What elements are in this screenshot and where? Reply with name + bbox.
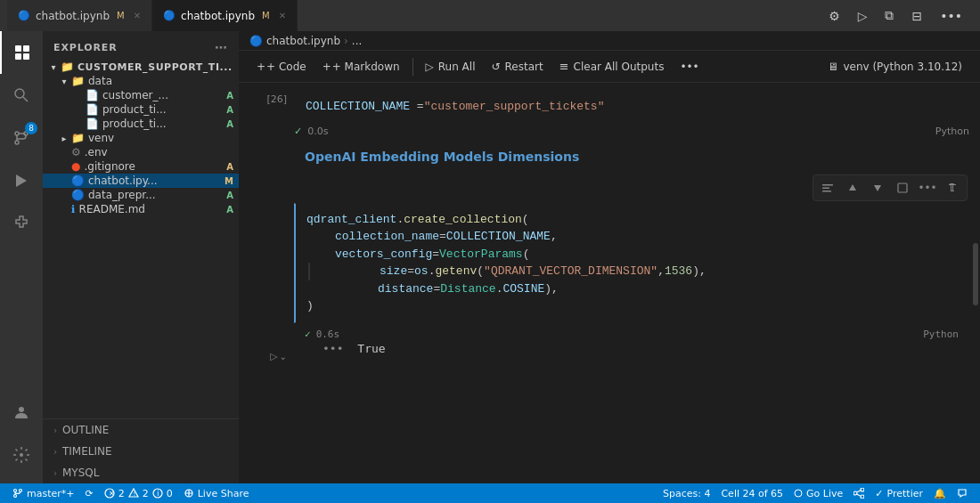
status-prettier[interactable]: ✓ Prettier (870, 483, 928, 503)
scrollbar-thumb[interactable] (973, 243, 978, 305)
cell-delete-btn[interactable] (942, 177, 963, 199)
sidebar-root[interactable]: ▾ 📁 CUSTOMER_SUPPORT_TI... (43, 60, 239, 74)
restart-button[interactable]: ↺ Restart (485, 58, 551, 76)
settings-icon[interactable]: ⚙ (825, 7, 844, 25)
root-label: CUSTOMER_SUPPORT_TI... (78, 61, 239, 73)
check-icon2: ✓ (305, 329, 311, 340)
env-label: venv (Python 3.10.12) (843, 61, 962, 73)
code-line-1: qdrant_client.create_collection( (306, 211, 958, 229)
cell-more-btn[interactable]: ••• (917, 177, 938, 199)
cell-26-time: 0.0s (307, 126, 328, 137)
status-branch[interactable]: master*+ (7, 483, 80, 503)
restart-icon: ↺ (492, 61, 501, 73)
env-icon: ⚙ (71, 146, 81, 158)
cell-26-code[interactable]: COLLECTION_NAME ="customer_support_ticke… (294, 90, 969, 124)
sidebar-outline[interactable]: › OUTLINE (43, 419, 239, 441)
cell-markdown: OpenAI Embedding Models Dimensions (249, 142, 969, 171)
svg-rect-1 (23, 45, 29, 52)
prettier-label: Prettier (887, 488, 923, 499)
cell-27-lang: Python (923, 329, 959, 340)
layout-icon[interactable]: ⧉ (881, 6, 897, 25)
plus-icon: + (257, 61, 265, 73)
more-actions-button[interactable]: ••• (673, 58, 706, 76)
status-errors[interactable]: ✕ 2 ! 2 i 0 (99, 483, 178, 503)
chevron-down-icon: ▾ (57, 77, 71, 86)
sidebar-item-chatbot[interactable]: 🔵 chatbot.ipy... M (43, 174, 239, 188)
sidebar-item-readme[interactable]: ℹ README.md A (43, 202, 239, 216)
cell-run-below-btn[interactable] (867, 177, 888, 199)
sidebar-item-data[interactable]: ▾ 📁 data (43, 74, 239, 88)
chevron-right-icon: › (53, 468, 57, 478)
activity-explorer[interactable] (0, 31, 43, 74)
split-icon[interactable]: ⊟ (908, 7, 926, 25)
file-dataprepr-badge: A (226, 191, 233, 200)
sidebar-item-dataprepr[interactable]: 🔵 data_prepr... A (43, 188, 239, 202)
clear-outputs-label: Clear All Outputs (574, 61, 665, 73)
cell-md-body: OpenAI Embedding Models Dimensions (294, 142, 969, 171)
run-icon[interactable]: ▷ (854, 7, 871, 25)
add-code-button[interactable]: + + Code (249, 58, 314, 76)
sidebar-header: Explorer ⋯ (43, 31, 239, 60)
status-spaces[interactable]: Spaces: 4 (657, 483, 715, 503)
status-live-share[interactable]: Live Share (178, 483, 255, 503)
new-file-icon[interactable]: ⋯ (215, 40, 228, 54)
sidebar-item-product1[interactable]: 📄 product_ti... A (43, 102, 239, 117)
activity-settings[interactable] (0, 434, 43, 476)
clear-outputs-button[interactable]: ≡ Clear All Outputs (552, 57, 672, 76)
status-sync[interactable]: ⟳ (80, 483, 99, 503)
add-markdown-button[interactable]: + + Markdown (315, 58, 407, 76)
breadcrumb: 🔵 chatbot.ipynb › ... (239, 31, 980, 51)
svg-rect-13 (822, 187, 829, 189)
status-go-live[interactable]: Go Live (788, 483, 848, 503)
code-line-2: collection_name=COLLECTION_NAME, (306, 228, 958, 246)
activity-bar (0, 31, 43, 483)
run-cell-btn[interactable]: ▷ (270, 351, 277, 362)
cell-27-code[interactable]: qdrant_client.create_collection( collect… (294, 203, 969, 323)
sidebar-item-venv[interactable]: ▸ 📁 venv (43, 131, 239, 145)
sync-icon: ⟳ (86, 488, 94, 499)
expand-btn[interactable]: ⌄ (280, 352, 287, 361)
nb-icon-breadcrumb: 🔵 (249, 35, 263, 47)
git-icon: ● (71, 160, 80, 173)
run-all-button[interactable]: ▷ Run All (419, 58, 483, 76)
svg-point-10 (19, 407, 24, 412)
activity-git[interactable] (0, 117, 43, 159)
status-share[interactable] (848, 483, 870, 503)
activity-run[interactable] (0, 159, 43, 202)
activity-extensions[interactable] (0, 202, 43, 245)
svg-text:i: i (157, 489, 159, 498)
sidebar-title: Explorer (53, 42, 118, 53)
cell-26-status: ✓ 0.0s Python (294, 124, 969, 139)
more-icon[interactable]: ••• (936, 7, 966, 25)
activity-user[interactable] (0, 391, 43, 434)
cell-26-lang: Python (935, 126, 969, 137)
tab-label: chatbot.ipynb (36, 10, 110, 22)
kernel-icon: 🖥 (828, 61, 838, 73)
cell-expand-btn[interactable] (892, 177, 913, 199)
tab-close[interactable]: ✕ (134, 11, 141, 20)
output-dots: ••• (323, 342, 343, 355)
chevron-right-icon: › (53, 447, 57, 457)
sidebar-item-gitignore[interactable]: ● .gitignore A (43, 159, 239, 174)
activity-search[interactable] (0, 74, 43, 117)
cell-run-above-btn[interactable] (842, 177, 863, 199)
sidebar-item-env[interactable]: ⚙ .env (43, 145, 239, 159)
kernel-selector[interactable]: 🖥 venv (Python 3.10.12) (821, 58, 969, 76)
tab-close-active[interactable]: ✕ (279, 11, 286, 20)
cell-26-number: [26] (266, 93, 287, 105)
file-readme-badge: A (226, 205, 233, 215)
sidebar-timeline[interactable]: › TIMELINE (43, 441, 239, 462)
sidebar-item-customer[interactable]: 📄 customer_... A (43, 88, 239, 102)
plus-icon2: + (323, 61, 331, 73)
svg-rect-0 (15, 45, 21, 52)
status-notifications[interactable]: 🔔 (928, 483, 951, 503)
scrollbar-track[interactable] (971, 83, 980, 483)
tab-chatbot-active[interactable]: 🔵 chatbot.ipynb M ✕ (152, 0, 298, 31)
status-chat[interactable] (951, 483, 973, 503)
cell-format-btn[interactable] (817, 177, 838, 199)
status-cell-info[interactable]: Cell 24 of 65 (715, 483, 788, 503)
sidebar-mysql[interactable]: › MYSQL (43, 462, 239, 483)
sidebar-item-product2[interactable]: 📄 product_ti... A (43, 117, 239, 131)
breadcrumb-sep: › (344, 35, 348, 47)
tab-chatbot-inactive[interactable]: 🔵 chatbot.ipynb M ✕ (7, 0, 152, 31)
